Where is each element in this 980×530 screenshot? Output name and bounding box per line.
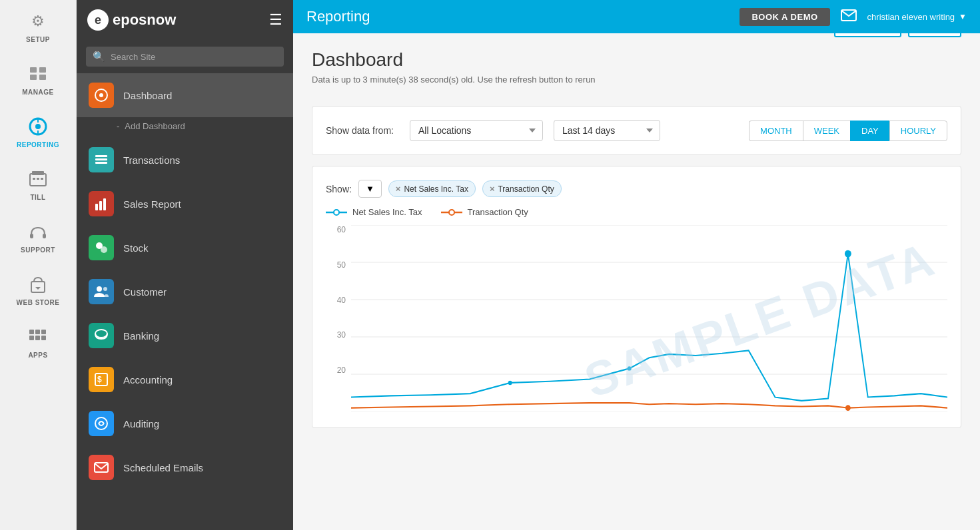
dashboard-header-row: Dashboard Data is up to 3 minute(s) 38 s… [312, 49, 961, 95]
svg-rect-0 [30, 67, 37, 73]
user-info[interactable]: christian eleven writing ▼ [867, 12, 967, 22]
mail-icon[interactable] [841, 9, 857, 25]
chart-wrapper: 60 50 40 30 20 SAMPLE DATA [326, 225, 947, 414]
hamburger-menu[interactable]: ☰ [269, 11, 282, 29]
svg-rect-9 [32, 171, 44, 175]
svg-point-51 [508, 381, 512, 385]
support-icon [26, 220, 50, 244]
svg-rect-24 [95, 155, 107, 157]
svg-point-32 [97, 286, 102, 292]
y-60: 60 [337, 225, 346, 234]
tag-net-sales-remove[interactable]: × [396, 184, 401, 194]
email-button[interactable]: EMAIL [908, 33, 961, 37]
search-wrap: 🔍 [77, 40, 293, 73]
y-50: 50 [337, 260, 346, 270]
sidebar-item-banking[interactable]: Banking [77, 314, 293, 358]
scheduled-emails-icon [89, 455, 114, 480]
sidebar-item-auditing[interactable]: Auditing [77, 401, 293, 445]
accounting-icon: $ [89, 367, 114, 392]
book-demo-button[interactable]: BOOK A DEMO [739, 8, 829, 26]
svg-point-52 [628, 366, 632, 370]
nav-support[interactable]: SUPPORT [0, 210, 76, 263]
locations-select[interactable]: All Locations Location 1 Location 2 [410, 120, 543, 141]
legend-transaction-qty-label: Transaction Qty [468, 207, 528, 217]
svg-rect-38 [95, 463, 108, 472]
nav-webstore[interactable]: WEB STORE [0, 263, 76, 316]
y-axis: 60 50 40 30 20 [326, 225, 346, 414]
svg-rect-27 [95, 204, 98, 210]
svg-rect-29 [103, 198, 106, 210]
svg-rect-28 [99, 201, 102, 210]
svg-point-5 [35, 124, 41, 129]
y-40: 40 [337, 296, 346, 305]
svg-rect-21 [41, 336, 46, 340]
y-30: 30 [337, 330, 346, 340]
search-icon: 🔍 [93, 51, 105, 63]
apps-icon [26, 325, 50, 349]
show-dropdown-button[interactable]: ▼ [358, 180, 382, 198]
nav-till-label: TILL [30, 194, 45, 201]
stock-label: Stock [123, 242, 149, 254]
header-right: BOOK A DEMO christian eleven writing ▼ [739, 8, 967, 26]
refresh-button[interactable]: REFRESH [834, 33, 901, 37]
manage-icon [26, 62, 50, 86]
day-button[interactable]: DAY [850, 121, 889, 141]
sidebar-item-scheduled-emails[interactable]: Scheduled Emails [77, 445, 293, 489]
scheduled-emails-label: Scheduled Emails [123, 462, 203, 473]
nav-till[interactable]: TILL [0, 158, 76, 210]
svg-point-33 [103, 287, 107, 291]
legend-net-sales: Net Sales Inc. Tax [326, 207, 422, 217]
legend-net-sales-line-icon [326, 208, 347, 216]
tag-transaction-qty-label: Transaction Qty [498, 184, 554, 194]
banking-icon [89, 323, 114, 348]
customer-label: Customer [123, 286, 167, 298]
nav-setup[interactable]: ⚙ SETUP [0, 0, 76, 53]
date-range-select[interactable]: Last 14 days Last 7 days Last 30 days Cu… [554, 120, 660, 141]
show-data-from-label: Show data from: [326, 125, 394, 136]
search-input[interactable] [111, 52, 277, 62]
dashboard-title: Dashboard [312, 49, 596, 71]
nav-webstore-label: WEB STORE [17, 299, 60, 306]
icon-nav: ⚙ SETUP MANAGE REPORTING [0, 0, 77, 530]
nav-reporting[interactable]: REPORTING [0, 105, 76, 158]
svg-rect-10 [33, 178, 35, 180]
dashboard-subtitle: Data is up to 3 minute(s) 38 second(s) o… [312, 75, 596, 85]
customer-icon [89, 279, 114, 304]
svg-rect-3 [39, 75, 46, 80]
svg-rect-19 [29, 336, 34, 340]
search-box[interactable]: 🔍 [86, 47, 284, 67]
logo: e eposnow [87, 9, 176, 31]
tag-transaction-qty: × Transaction Qty [482, 180, 562, 197]
svg-point-50 [845, 250, 851, 258]
y-20: 20 [337, 366, 346, 375]
sidebar-item-accounting[interactable]: $ Accounting [77, 358, 293, 401]
setup-icon: ⚙ [26, 9, 50, 33]
svg-point-37 [95, 417, 107, 429]
svg-point-34 [95, 330, 107, 338]
month-button[interactable]: MONTH [749, 121, 803, 141]
sidebar-item-dashboard[interactable]: Dashboard [77, 73, 293, 117]
svg-point-43 [449, 210, 454, 215]
week-button[interactable]: WEEK [803, 121, 850, 141]
top-header: Reporting BOOK A DEMO christian eleven w… [293, 0, 980, 33]
webstore-icon [26, 272, 50, 296]
tag-transaction-qty-remove[interactable]: × [490, 184, 495, 194]
sidebar-item-customer[interactable]: Customer [77, 270, 293, 314]
sidebar-item-transactions[interactable]: Transactions [77, 138, 293, 182]
sales-report-label: Sales Report [123, 198, 181, 210]
time-button-group: MONTH WEEK DAY HOURLY [749, 121, 947, 141]
svg-text:$: $ [97, 375, 102, 384]
nav-manage[interactable]: MANAGE [0, 53, 76, 105]
nav-support-label: SUPPORT [21, 246, 55, 254]
svg-rect-14 [43, 234, 46, 238]
filter-row: Show data from: All Locations Location 1… [326, 120, 947, 141]
sidebar-item-stock[interactable]: Stock [77, 226, 293, 270]
sidebar-item-sales-report[interactable]: Sales Report [77, 182, 293, 226]
hourly-button[interactable]: HOURLY [889, 121, 947, 141]
chart-legend: Net Sales Inc. Tax Transaction Qty [326, 207, 947, 217]
chart-panel: Show: ▼ × Net Sales Inc. Tax × Transacti… [312, 166, 961, 428]
logo-text: eposnow [113, 11, 176, 29]
add-dashboard-item[interactable]: - Add Dashboard [77, 117, 293, 138]
nav-apps[interactable]: APPS [0, 316, 76, 368]
user-dropdown-arrow: ▼ [959, 12, 967, 21]
